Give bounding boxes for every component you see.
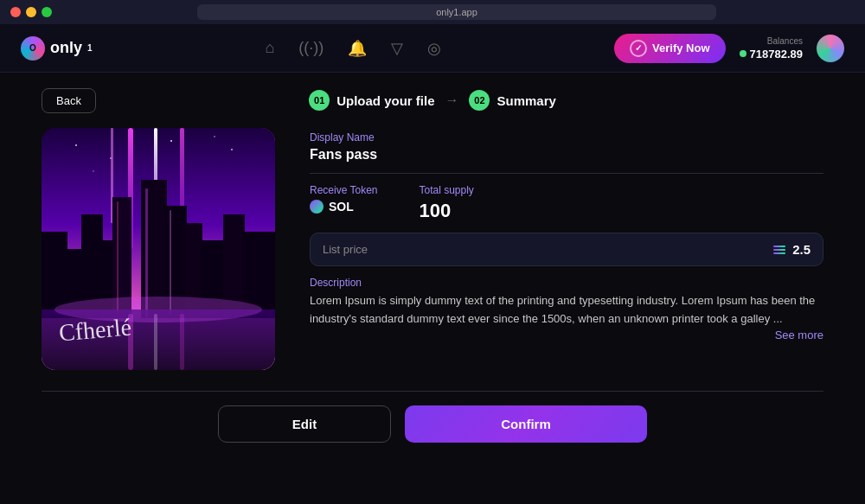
list-price-label: List price [323, 243, 368, 256]
details-panel: Display Name Fans pass Receive Token SOL… [310, 128, 823, 341]
user-icon[interactable]: ◎ [427, 39, 441, 58]
nav-right: Verify Now Balances 718782.89 [614, 34, 844, 63]
divider-1 [310, 173, 823, 174]
svg-point-5 [93, 170, 94, 172]
receive-token-col: Receive Token SOL [310, 184, 378, 222]
two-col: Receive Token SOL Total supply 100 [310, 184, 823, 222]
step-1: 01 Upload your file [309, 90, 434, 111]
step-arrow: → [445, 93, 458, 108]
footer-buttons: Edit Confirm [42, 405, 823, 443]
sol-line-1 [773, 246, 785, 247]
nft-image: Cfherlé [42, 128, 275, 370]
steps-center: 01 Upload your file → 02 Summary [309, 90, 556, 111]
navbar: O only1 ⌂ ((·)) 🔔 ▽ ◎ Verify Now Balance… [0, 24, 865, 73]
step-2-number: 02 [469, 90, 490, 111]
token-row: SOL [310, 200, 378, 214]
svg-point-1 [75, 144, 77, 146]
bell-icon[interactable]: 🔔 [348, 39, 367, 58]
description-text: Lorem Ipsum is simply dummy text of the … [310, 292, 823, 329]
minimize-button[interactable] [26, 7, 36, 17]
step-1-label: Upload your file [336, 93, 434, 108]
list-price-value: 2.5 [792, 242, 811, 257]
receive-token-label: Receive Token [310, 184, 378, 196]
close-button[interactable] [10, 7, 21, 17]
steps-row: Back 01 Upload your file → 02 Summary [42, 73, 823, 128]
footer-divider [42, 391, 823, 392]
nav-icons: ⌂ ((·)) 🔔 ▽ ◎ [265, 39, 441, 58]
page-content: Back 01 Upload your file → 02 Summary [0, 73, 865, 443]
step-2: 02 Summary [469, 90, 555, 111]
svg-point-3 [170, 140, 172, 142]
maximize-button[interactable] [42, 7, 52, 17]
list-price-right: 2.5 [773, 242, 811, 257]
svg-rect-24 [117, 201, 119, 314]
back-button[interactable]: Back [42, 88, 96, 113]
display-name-value: Fans pass [310, 147, 823, 163]
traffic-lights [10, 7, 52, 17]
sol-lines-icon [773, 246, 785, 254]
list-price-row: List price 2.5 [310, 233, 823, 266]
sol-line-2 [773, 249, 785, 251]
step-2-label: Summary [497, 93, 555, 108]
svg-rect-28 [180, 314, 184, 370]
display-name-label: Display Name [310, 131, 823, 144]
total-supply-label: Total supply [420, 184, 474, 196]
verify-button[interactable]: Verify Now [614, 34, 725, 63]
wifi-icon[interactable]: ▽ [391, 39, 403, 58]
svg-point-6 [214, 136, 215, 137]
home-icon[interactable]: ⌂ [265, 39, 274, 57]
balance-value: 718782.89 [740, 48, 803, 61]
description-label: Description [310, 277, 823, 289]
broadcast-icon[interactable]: ((·)) [298, 39, 324, 57]
svg-point-4 [231, 149, 233, 150]
sol-line-3 [773, 252, 785, 254]
see-more-link[interactable]: See more [775, 329, 823, 341]
main-area: Cfherlé Display Name Fans pass Receive T… [42, 128, 823, 391]
edit-button[interactable]: Edit [218, 405, 391, 443]
logo-icon: O [21, 36, 45, 61]
confirm-button[interactable]: Confirm [405, 405, 647, 443]
total-supply-col: Total supply 100 [420, 184, 474, 222]
step-1-number: 01 [309, 90, 330, 111]
total-supply-value: 100 [420, 200, 474, 222]
sol-icon [310, 200, 324, 214]
avatar[interactable] [817, 35, 844, 62]
token-name: SOL [329, 200, 354, 214]
balance-section: Balances 718782.89 [740, 36, 803, 61]
balance-dot [740, 50, 746, 57]
titlebar: only1.app [0, 0, 865, 24]
url-bar[interactable]: only1.app [197, 4, 716, 20]
logo: O only1 [21, 36, 93, 61]
